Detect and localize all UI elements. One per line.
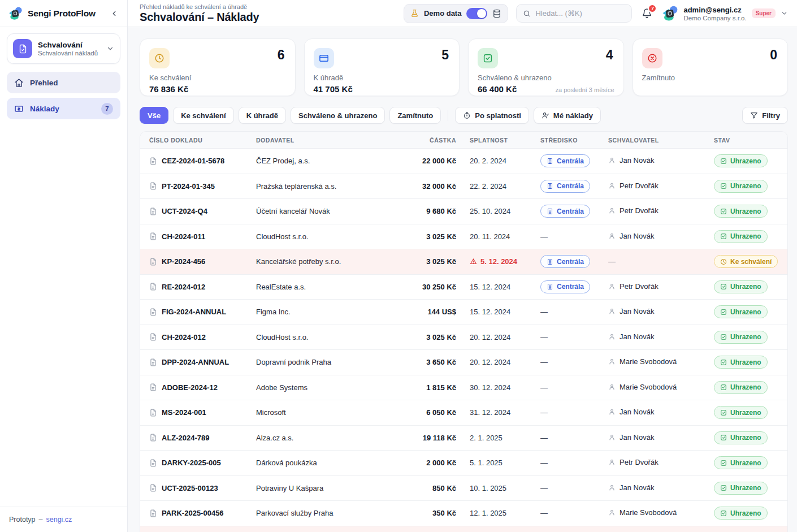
- x-circle-icon: [642, 48, 662, 68]
- center-badge: Centrála: [540, 205, 590, 218]
- status-label: Uhrazeno: [730, 459, 761, 467]
- amount: 3 650 Kč: [392, 358, 456, 366]
- approver-name: Jan Novák: [620, 156, 654, 165]
- status-badge: Uhrazeno: [714, 431, 768, 444]
- table-row[interactable]: ALZ-2024-789 Alza.cz a.s. 19 118 Kč 2. 1…: [140, 426, 787, 451]
- status-badge: Uhrazeno: [714, 381, 768, 394]
- filter-po-splatnosti[interactable]: Po splatnosti: [455, 107, 529, 124]
- due-date-text: 20. 12. 2024: [470, 333, 510, 341]
- due-date-text: 20. 2. 2024: [470, 157, 506, 165]
- table-row[interactable]: PARK-2025-00456 Parkovací služby Praha 3…: [140, 501, 787, 526]
- table-body: CEZ-2024-01-5678 ČEZ Prodej, a.s. 22 000…: [140, 149, 787, 532]
- notifications-count-badge: 7: [648, 4, 657, 13]
- table-row[interactable]: DPP-2024-ANNUAL Dopravní podnik Praha 3 …: [140, 350, 787, 375]
- approver-content: Marie Svobodová: [608, 383, 677, 391]
- sidebar-collapse-button[interactable]: [108, 7, 120, 20]
- filter-tab-ke-schvaleni[interactable]: Ke schválení: [173, 107, 234, 124]
- notifications-button[interactable]: 7: [640, 7, 653, 20]
- approver-name: Petr Dvořák: [620, 458, 659, 466]
- filters-button[interactable]: Filtry: [742, 107, 788, 124]
- approver-cell: Jan Novák: [608, 307, 714, 317]
- table-row-partial[interactable]: [140, 526, 787, 532]
- due-date: 12. 1. 2025: [456, 509, 540, 517]
- document-number: RE-2024-012: [162, 283, 205, 291]
- database-icon[interactable]: [492, 9, 501, 18]
- table-row[interactable]: RE-2024-012 RealEstate a.s. 30 250 Kč 15…: [140, 275, 787, 300]
- role-badge: Super: [752, 8, 776, 18]
- footer-link[interactable]: sengi.cz: [46, 516, 72, 524]
- stat-label: Zamítnuto: [642, 73, 779, 82]
- stat-label: Ke schválení: [149, 73, 286, 82]
- demo-data-toggle[interactable]: [466, 8, 487, 19]
- approver-cell: Jan Novák: [608, 156, 714, 166]
- filter-tab-vse[interactable]: Vše: [140, 107, 168, 124]
- sidebar-item-naklady[interactable]: Náklady 7: [7, 98, 120, 119]
- stat-card-zamitnuto[interactable]: 0 Zamítnuto: [633, 38, 789, 96]
- status-label: Uhrazeno: [730, 509, 761, 517]
- user-icon: [608, 383, 616, 391]
- user-email: admin@sengi.cz: [683, 6, 746, 14]
- stat-card-k-uhrade[interactable]: 5 K úhradě 41 705 Kč: [304, 38, 460, 96]
- user-menu[interactable]: admin@sengi.cz Demo Company s.r.o. Super: [661, 5, 788, 22]
- amount: 3 025 Kč: [392, 232, 456, 241]
- column-header: STŘEDISKO: [540, 137, 608, 144]
- table-row[interactable]: DARKY-2025-005 Dárková poukázka 2 000 Kč…: [140, 451, 787, 476]
- toggle-knob: [477, 9, 486, 18]
- supplier-name: CloudHost s.r.o.: [256, 232, 392, 241]
- page-heading: Přehled nákladů ke schválení a úhradě Sc…: [140, 3, 259, 24]
- stat-count: 4: [606, 47, 613, 63]
- document-icon: [149, 182, 157, 190]
- status-paid-icon: [720, 334, 727, 340]
- status-badge: Uhrazeno: [714, 331, 768, 344]
- user-icon: [608, 283, 616, 290]
- app-selector[interactable]: Schvalování Schvalování nákladů: [7, 33, 120, 64]
- search-input[interactable]: [535, 9, 625, 18]
- table-row[interactable]: CH-2024-012 CloudHost s.r.o. 3 025 Kč 20…: [140, 325, 787, 351]
- due-date: 5. 1. 2025: [456, 459, 540, 467]
- approver-content: Petr Dvořák: [608, 458, 659, 466]
- stat-card-schvaleno-uhrazeno[interactable]: 4 Schváleno & uhrazeno 66 400 Kč za posl…: [468, 38, 624, 96]
- chevron-down-icon: [781, 10, 788, 17]
- table-row[interactable]: ADOBE-2024-12 Adobe Systems 1 815 Kč 30.…: [140, 375, 787, 401]
- amount: 144 US$: [392, 308, 456, 316]
- table-row[interactable]: PT-2024-01-345 Pražská teplárenská a.s. …: [140, 174, 787, 200]
- credit-card-icon: [314, 48, 334, 68]
- filters-button-label: Filtry: [762, 111, 780, 120]
- due-date-text: 20. 11. 2024: [470, 232, 510, 241]
- approver-name: Marie Svobodová: [620, 508, 677, 517]
- stat-count: 6: [278, 47, 285, 63]
- empty-dash: —: [540, 383, 548, 392]
- sidebar-item-label: Náklady: [30, 105, 59, 113]
- status-paid-icon: [720, 208, 727, 215]
- status-label: Uhrazeno: [730, 283, 761, 291]
- filter-tab-zamitnuto[interactable]: Zamítnuto: [389, 107, 441, 124]
- document-icon: [149, 157, 157, 165]
- stat-cards: 6 Ke schválení 76 836 Kč 5 K úhradě 41 7…: [140, 38, 788, 96]
- search-box[interactable]: [516, 4, 632, 23]
- table-row[interactable]: CEZ-2024-01-5678 ČEZ Prodej, a.s. 22 000…: [140, 149, 787, 174]
- due-date: 30. 12. 2024: [456, 383, 540, 392]
- amount: 30 250 Kč: [392, 283, 456, 291]
- table-row[interactable]: MS-2024-001 Microsoft 6 050 Kč 31. 12. 2…: [140, 400, 787, 426]
- status-cell: Uhrazeno: [714, 381, 787, 394]
- supplier-name: Figma Inc.: [256, 308, 392, 316]
- table-row[interactable]: UCT-2025-00123 Potraviny U Kašpara 850 K…: [140, 476, 787, 501]
- document-number: UCT-2025-00123: [162, 484, 218, 492]
- stat-card-ke-schvaleni[interactable]: 6 Ke schválení 76 836 Kč: [140, 38, 296, 96]
- table-row[interactable]: CH-2024-011 CloudHost s.r.o. 3 025 Kč 20…: [140, 224, 787, 250]
- user-avatar: [661, 5, 678, 22]
- due-date: 2. 1. 2025: [456, 434, 540, 442]
- column-header: SPLATNOST: [456, 137, 540, 144]
- filter-me-naklady[interactable]: Mé náklady: [534, 107, 601, 124]
- sidebar-item-prehled[interactable]: Přehled: [7, 72, 120, 93]
- table-row[interactable]: UCT-2024-Q4 Účetní kancelář Novák 9 680 …: [140, 199, 787, 224]
- approver-content: Marie Svobodová: [608, 357, 677, 366]
- table-row[interactable]: KP-2024-456 Kancelářské potřeby s.r.o. 3…: [140, 249, 787, 275]
- filter-tab-k-uhrade[interactable]: K úhradě: [239, 107, 286, 124]
- status-cell: Uhrazeno: [714, 356, 787, 369]
- column-header: SCHVALOVATEL: [608, 137, 714, 144]
- table-row[interactable]: FIG-2024-ANNUAL Figma Inc. 144 US$ 15. 1…: [140, 300, 787, 325]
- filter-tab-schvaleno-uhrazeno[interactable]: Schváleno & uhrazeno: [291, 107, 385, 124]
- supplier-name: Pražská teplárenská a.s.: [256, 182, 392, 191]
- overdue-warning-icon: [470, 258, 477, 265]
